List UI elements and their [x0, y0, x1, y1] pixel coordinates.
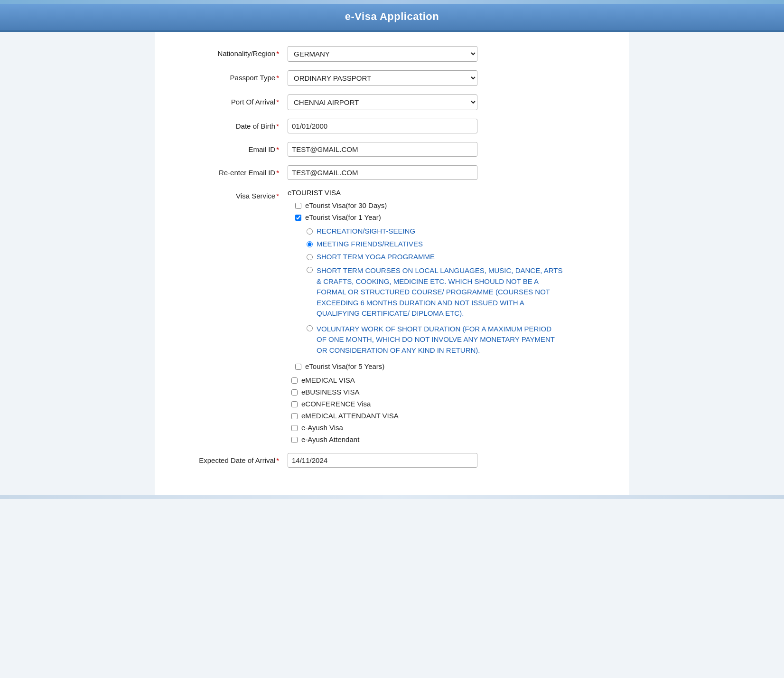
emedical-row: eMEDICAL VISA — [291, 376, 620, 384]
email-label: Email ID* — [164, 142, 288, 153]
expected-arrival-input[interactable] — [288, 453, 477, 468]
top-decorative-bar — [0, 0, 784, 4]
dob-control — [288, 119, 620, 133]
eayush-attendant-row: e-Ayush Attendant — [291, 435, 620, 443]
radio-recreation[interactable] — [307, 228, 313, 235]
page-header: e-Visa Application — [0, 4, 784, 32]
visa-service-control: eTOURIST VISA eTourist Visa(for 30 Days)… — [288, 188, 620, 444]
eayush-attendant-checkbox[interactable] — [291, 437, 298, 443]
re-email-row: Re-enter Email ID* — [164, 165, 620, 180]
radio-courses[interactable] — [307, 267, 313, 273]
form-container: Nationality/Region* GERMANY UNITED STATE… — [155, 32, 629, 495]
etourist-5years-label[interactable]: eTourist Visa(for 5 Years) — [305, 362, 384, 370]
expected-arrival-row: Expected Date of Arrival* — [164, 453, 620, 468]
radio-courses-row: SHORT TERM COURSES ON LOCAL LANGUAGES, M… — [307, 265, 620, 319]
bottom-decorative-bar — [0, 495, 784, 499]
re-email-input[interactable] — [288, 165, 477, 180]
radio-voluntary[interactable] — [307, 325, 313, 331]
eayush-checkbox[interactable] — [291, 425, 298, 431]
dob-input[interactable] — [288, 119, 477, 133]
radio-yoga[interactable] — [307, 254, 313, 260]
etourist-5years-checkbox[interactable] — [295, 364, 301, 370]
radio-meeting[interactable] — [307, 241, 313, 247]
radio-recreation-label[interactable]: RECREATION/SIGHT-SEEING — [317, 227, 415, 235]
dob-row: Date of Birth* — [164, 119, 620, 133]
dob-label: Date of Birth* — [164, 119, 288, 130]
visa-service-label: Visa Service* — [164, 188, 288, 200]
radio-meeting-label[interactable]: MEETING FRIENDS/RELATIVES — [317, 240, 423, 248]
ebusiness-label[interactable]: eBUSINESS VISA — [301, 388, 360, 396]
emedical-attendant-row: eMEDICAL ATTENDANT VISA — [291, 412, 620, 420]
ebusiness-row: eBUSINESS VISA — [291, 388, 620, 396]
nationality-control: GERMANY UNITED STATES FRANCE UNITED KING… — [288, 46, 620, 62]
eayush-attendant-label[interactable]: e-Ayush Attendant — [301, 435, 359, 443]
eayush-row: e-Ayush Visa — [291, 424, 620, 432]
emedical-label[interactable]: eMEDICAL VISA — [301, 376, 355, 384]
etourist-30days-checkbox[interactable] — [295, 203, 301, 209]
re-email-control — [288, 165, 620, 180]
port-of-arrival-control: CHENNAI AIRPORT DELHI AIRPORT MUMBAI AIR… — [288, 94, 620, 110]
nationality-row: Nationality/Region* GERMANY UNITED STATE… — [164, 46, 620, 62]
econference-row: eCONFERENCE Visa — [291, 400, 620, 408]
radio-yoga-row: SHORT TERM YOGA PROGRAMME — [307, 253, 620, 261]
radio-yoga-label[interactable]: SHORT TERM YOGA PROGRAMME — [317, 253, 435, 261]
etourist-1year-row: eTourist Visa(for 1 Year) — [295, 213, 620, 221]
expected-arrival-control — [288, 453, 620, 468]
port-of-arrival-label: Port Of Arrival* — [164, 94, 288, 106]
emedical-attendant-checkbox[interactable] — [291, 413, 298, 419]
passport-type-control: ORDINARY PASSPORT OFFICIAL PASSPORT DIPL… — [288, 70, 620, 86]
econference-checkbox[interactable] — [291, 401, 298, 407]
passport-type-label: Passport Type* — [164, 70, 288, 82]
eayush-label[interactable]: e-Ayush Visa — [301, 424, 343, 432]
etourist-1year-label[interactable]: eTourist Visa(for 1 Year) — [305, 213, 381, 221]
emedical-checkbox[interactable] — [291, 377, 298, 384]
econference-label[interactable]: eCONFERENCE Visa — [301, 400, 371, 408]
port-of-arrival-row: Port Of Arrival* CHENNAI AIRPORT DELHI A… — [164, 94, 620, 110]
radio-recreation-row: RECREATION/SIGHT-SEEING — [307, 227, 620, 235]
nationality-label: Nationality/Region* — [164, 46, 288, 57]
email-control — [288, 142, 620, 157]
passport-type-row: Passport Type* ORDINARY PASSPORT OFFICIA… — [164, 70, 620, 86]
emedical-attendant-label[interactable]: eMEDICAL ATTENDANT VISA — [301, 412, 399, 420]
page-title: e-Visa Application — [345, 10, 439, 22]
passport-type-select[interactable]: ORDINARY PASSPORT OFFICIAL PASSPORT DIPL… — [288, 70, 477, 86]
port-of-arrival-select[interactable]: CHENNAI AIRPORT DELHI AIRPORT MUMBAI AIR… — [288, 94, 477, 110]
radio-courses-label[interactable]: SHORT TERM COURSES ON LOCAL LANGUAGES, M… — [317, 265, 563, 319]
etourist-30days-label[interactable]: eTourist Visa(for 30 Days) — [305, 201, 387, 209]
email-input[interactable] — [288, 142, 477, 157]
radio-meeting-row: MEETING FRIENDS/RELATIVES — [307, 240, 620, 248]
radio-voluntary-label[interactable]: VOLUNTARY WORK OF SHORT DURATION (FOR A … — [317, 324, 563, 356]
nationality-select[interactable]: GERMANY UNITED STATES FRANCE UNITED KING… — [288, 46, 477, 62]
expected-arrival-label: Expected Date of Arrival* — [164, 453, 288, 464]
etourist-30days-row: eTourist Visa(for 30 Days) — [295, 201, 620, 209]
radio-voluntary-row: VOLUNTARY WORK OF SHORT DURATION (FOR A … — [307, 324, 620, 356]
email-row: Email ID* — [164, 142, 620, 157]
re-email-label: Re-enter Email ID* — [164, 165, 288, 177]
ebusiness-checkbox[interactable] — [291, 389, 298, 396]
etourist-1year-checkbox[interactable] — [295, 215, 301, 221]
etourist-5years-row: eTourist Visa(for 5 Years) — [295, 362, 620, 370]
etourist-category-label: eTOURIST VISA — [288, 188, 620, 197]
visa-service-row: Visa Service* eTOURIST VISA eTourist Vis… — [164, 188, 620, 444]
